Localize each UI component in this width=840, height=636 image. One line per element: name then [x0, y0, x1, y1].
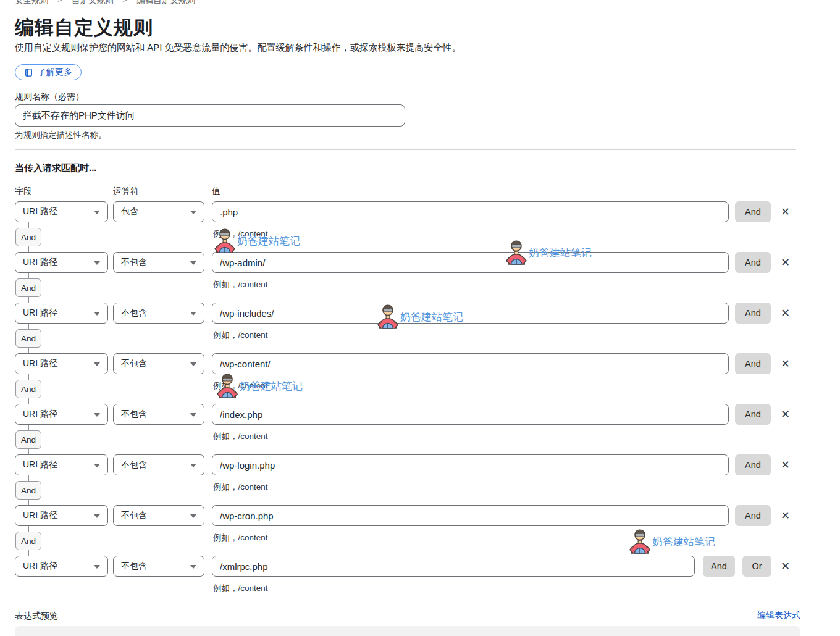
operator-select[interactable]: 不包含 — [113, 556, 204, 577]
remove-condition-button[interactable]: ✕ — [779, 356, 791, 371]
rule-name-input[interactable] — [15, 104, 405, 127]
connector-and-button[interactable]: And — [15, 380, 41, 398]
field-select[interactable]: URI 路径 — [15, 505, 108, 526]
add-and-button[interactable]: And — [735, 252, 771, 273]
chevron-down-icon — [190, 514, 196, 518]
breadcrumb-separator: > — [57, 0, 62, 6]
edit-custom-rule-page: 安全规则 > 自定义规则 > 编辑自定义规则 编辑自定义规则 使用自定义规则保护… — [0, 0, 840, 636]
book-icon — [24, 68, 33, 77]
connector-and-button[interactable]: And — [15, 430, 41, 449]
chevron-down-icon — [94, 464, 100, 467]
operator-select[interactable]: 不包含 — [113, 454, 204, 475]
remove-condition-button[interactable]: ✕ — [779, 204, 791, 219]
value-example: 例如，/content — [213, 532, 268, 543]
chevron-down-icon — [94, 362, 100, 366]
remove-condition-button[interactable]: ✕ — [779, 458, 791, 472]
value-example: 例如，/content — [213, 583, 268, 594]
chevron-down-icon — [190, 312, 196, 316]
add-and-button[interactable]: And — [735, 454, 771, 475]
and-connector: And — [0, 425, 74, 454]
add-and-button[interactable]: And — [735, 505, 771, 526]
add-and-button[interactable]: And — [735, 353, 771, 374]
field-select[interactable]: URI 路径 — [15, 252, 108, 273]
edit-expression-link[interactable]: 编辑表达式 — [757, 610, 800, 621]
operator-select[interactable]: 不包含 — [113, 505, 204, 526]
field-select[interactable]: URI 路径 — [15, 353, 108, 374]
field-select[interactable]: URI 路径 — [15, 404, 108, 425]
expression-preview-box — [15, 626, 800, 636]
column-header-field: 字段 — [15, 186, 32, 197]
chevron-down-icon — [94, 211, 100, 214]
breadcrumb: 安全规则 > 自定义规则 > 编辑自定义规则 — [15, 0, 195, 6]
remove-condition-button[interactable]: ✕ — [779, 508, 791, 523]
chevron-down-icon — [190, 464, 196, 467]
add-and-button[interactable]: And — [735, 201, 771, 222]
operator-select[interactable]: 不包含 — [113, 404, 204, 425]
value-example: 例如，/content — [213, 330, 268, 341]
add-and-button[interactable]: And — [703, 556, 735, 577]
remove-condition-button[interactable]: ✕ — [779, 306, 791, 320]
connector-and-button[interactable]: And — [15, 228, 41, 246]
and-connector: And — [0, 475, 74, 505]
operator-select[interactable]: 不包含 — [113, 252, 204, 273]
column-header-value: 值 — [212, 186, 220, 197]
page-title: 编辑自定义规则 — [15, 15, 153, 41]
and-connector: And — [0, 374, 74, 404]
rule-name-helper: 为规则指定描述性名称。 — [15, 130, 107, 141]
value-input[interactable] — [212, 353, 729, 374]
condition-row: URI 路径 不包含 例如，/content And ✕ — [0, 454, 840, 495]
field-select[interactable]: URI 路径 — [15, 201, 108, 222]
page-description: 使用自定义规则保护您的网站和 API 免受恶意流量的侵害。配置缓解条件和操作，或… — [15, 42, 461, 54]
breadcrumb-separator: > — [122, 0, 127, 6]
learn-more-button[interactable]: 了解更多 — [15, 64, 82, 80]
learn-more-label: 了解更多 — [38, 67, 72, 78]
and-connector: And — [0, 222, 74, 252]
and-connector: And — [0, 526, 74, 556]
field-select[interactable]: URI 路径 — [15, 303, 108, 324]
field-select[interactable]: URI 路径 — [15, 556, 108, 577]
chevron-down-icon — [190, 413, 196, 417]
connector-and-button[interactable]: And — [15, 481, 41, 500]
add-or-button[interactable]: Or — [742, 556, 771, 577]
breadcrumb-security-rules[interactable]: 安全规则 — [15, 0, 48, 6]
operator-select[interactable]: 包含 — [113, 201, 204, 222]
condition-row: URI 路径 不包含 例如，/content And Or ✕ — [0, 556, 840, 596]
value-input[interactable] — [212, 201, 729, 222]
breadcrumb-custom-rules[interactable]: 自定义规则 — [72, 0, 114, 6]
chevron-down-icon — [94, 565, 100, 569]
remove-condition-button[interactable]: ✕ — [779, 255, 791, 270]
remove-condition-button[interactable]: ✕ — [779, 559, 791, 574]
chevron-down-icon — [94, 312, 100, 316]
chevron-down-icon — [190, 211, 196, 214]
condition-row: URI 路径 包含 例如，/content And ✕ — [0, 201, 840, 242]
add-and-button[interactable]: And — [735, 404, 771, 425]
and-connector: And — [0, 324, 74, 353]
value-input[interactable] — [212, 303, 729, 324]
section-divider — [15, 149, 796, 150]
chevron-down-icon — [190, 261, 196, 265]
value-input[interactable] — [212, 556, 695, 577]
value-example: 例如，/content — [213, 482, 268, 493]
column-header-operator: 运算符 — [113, 186, 139, 197]
matcher-section-title: 当传入请求匹配时... — [15, 162, 97, 174]
value-input[interactable] — [212, 404, 729, 425]
value-input[interactable] — [212, 252, 729, 273]
operator-select[interactable]: 不包含 — [113, 303, 204, 324]
value-example: 例如，/content — [213, 279, 268, 290]
value-input[interactable] — [212, 505, 729, 526]
value-input[interactable] — [212, 454, 729, 475]
condition-row: URI 路径 不包含 例如，/content And ✕ — [0, 303, 840, 343]
chevron-down-icon — [190, 362, 196, 366]
connector-and-button[interactable]: And — [15, 329, 41, 348]
remove-condition-button[interactable]: ✕ — [779, 407, 791, 422]
connector-and-button[interactable]: And — [15, 532, 41, 550]
condition-row: URI 路径 不包含 例如，/content And ✕ — [0, 353, 840, 394]
value-example: 例如，/content — [213, 431, 268, 442]
field-select[interactable]: URI 路径 — [15, 454, 108, 475]
connector-and-button[interactable]: And — [15, 278, 41, 297]
add-and-button[interactable]: And — [735, 303, 771, 324]
operator-select[interactable]: 不包含 — [113, 353, 204, 374]
value-example: 例如，/content — [213, 228, 268, 240]
condition-row: URI 路径 不包含 例如，/content And ✕ — [0, 404, 840, 445]
rule-name-label: 规则名称（必需） — [15, 91, 84, 103]
